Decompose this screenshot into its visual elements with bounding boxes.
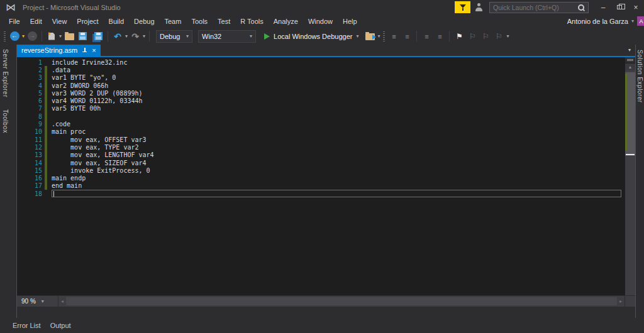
menu-items: FileEditViewProjectBuildDebugTeamToolsTe… xyxy=(4,16,362,26)
menu-item-tools[interactable]: Tools xyxy=(186,16,213,26)
code-line[interactable]: 16main endp xyxy=(17,174,625,182)
attach-caret-icon[interactable]: ▾ xyxy=(377,34,380,39)
code-line[interactable]: 10main proc xyxy=(17,128,625,136)
horizontal-scrollbar[interactable]: ◂ ▸ xyxy=(58,296,625,307)
line-number: 10 xyxy=(17,128,44,135)
scroll-left-icon[interactable]: ◂ xyxy=(58,296,66,307)
code-line[interactable]: 2.data xyxy=(17,66,625,74)
navigate-back-button[interactable]: ← xyxy=(9,30,20,43)
left-side-tabs: Server Explorer Toolbox xyxy=(0,46,9,136)
user-avatar[interactable]: A xyxy=(637,16,644,26)
code-line[interactable]: 3var1 BYTE "yo", 0 xyxy=(17,74,625,82)
code-line[interactable]: 13 mov eax, LENGTHOF var4 xyxy=(17,151,625,159)
zoom-control[interactable]: 90 % ▾ xyxy=(17,296,58,307)
editor-splitter-handle[interactable] xyxy=(625,57,635,63)
code-line[interactable]: 14 mov eax, SIZEOF var4 xyxy=(17,159,625,166)
toolbar-separator xyxy=(42,31,42,41)
navigate-forward-button[interactable]: → xyxy=(26,30,38,43)
menu-item-debug[interactable]: Debug xyxy=(129,16,159,26)
minimize-button[interactable]: – xyxy=(595,1,611,14)
increase-indent-button[interactable]: ≡ xyxy=(434,30,445,43)
next-bookmark-button[interactable]: ⚐ xyxy=(480,30,491,43)
code-line[interactable]: 7var5 BYTE 00h xyxy=(17,105,625,112)
save-button[interactable] xyxy=(77,30,88,43)
navigate-back-caret-icon[interactable]: ▾ xyxy=(22,34,25,39)
code-line[interactable]: 6var4 WORD 01122h, 03344h xyxy=(17,97,625,104)
new-item-caret-icon[interactable]: ▾ xyxy=(59,34,62,39)
horizontal-scrollbar-thumb[interactable] xyxy=(66,297,617,305)
code-text: mov eax, LENGTHOF var4 xyxy=(47,151,154,158)
redo-caret-icon[interactable]: ▾ xyxy=(143,34,145,39)
bookmarks-caret-icon[interactable]: ▾ xyxy=(506,34,509,39)
code-line[interactable]: 4var2 DWORD 066h xyxy=(17,82,625,89)
attach-to-process-button[interactable] xyxy=(364,30,375,43)
show-threads-button[interactable]: ≡ xyxy=(388,30,399,43)
user-account-area[interactable]: Antonio de la Garza ▾ A xyxy=(567,16,644,26)
solution-platform-combo[interactable]: Win32 ▾ xyxy=(198,30,256,43)
line-number: 8 xyxy=(17,113,44,120)
tab-error-list[interactable]: Error List xyxy=(13,322,41,329)
undo-caret-icon[interactable]: ▾ xyxy=(125,34,128,39)
notifications-filter-button[interactable] xyxy=(455,1,470,13)
quick-launch-box[interactable] xyxy=(489,2,589,13)
scroll-up-icon[interactable]: ▲ xyxy=(625,63,635,70)
sidebar-tab-toolbox[interactable]: Toolbox xyxy=(0,106,9,136)
pin-icon[interactable] xyxy=(82,48,87,53)
vertical-scrollbar[interactable]: ▲ ▼ xyxy=(625,57,635,307)
redo-button[interactable]: ↷ xyxy=(130,30,141,43)
sidebar-tab-server-explorer[interactable]: Server Explorer xyxy=(0,46,9,101)
previous-bookmark-button[interactable]: ⚐ xyxy=(467,30,478,43)
code-line[interactable]: 15 invoke ExitProcess, 0 xyxy=(17,166,625,174)
scroll-right-icon[interactable]: ▸ xyxy=(617,296,625,307)
open-file-button[interactable] xyxy=(64,30,75,43)
undo-button[interactable]: ↶ xyxy=(112,30,123,43)
feedback-person-icon[interactable] xyxy=(475,3,484,11)
code-line[interactable]: 8 xyxy=(17,112,625,120)
vertical-scrollbar-track[interactable] xyxy=(625,70,635,300)
document-tab-reversestring[interactable]: reverseString.asm × xyxy=(17,45,101,56)
code-line[interactable]: 18 xyxy=(17,190,625,197)
menu-item-test[interactable]: Test xyxy=(213,16,235,26)
code-line[interactable]: 1include Irvine32.inc xyxy=(17,58,625,66)
code-line[interactable]: 9.code xyxy=(17,120,625,128)
menu-item-analyze[interactable]: Analyze xyxy=(269,16,303,26)
code-text: .data xyxy=(47,67,70,74)
menu-item-file[interactable]: File xyxy=(4,16,25,26)
menu-item-edit[interactable]: Edit xyxy=(25,16,47,26)
zoom-caret-icon[interactable]: ▾ xyxy=(42,299,44,304)
code-line[interactable]: 11 mov eax, OFFSET var3 xyxy=(17,136,625,143)
new-item-button[interactable] xyxy=(46,30,57,43)
document-tab-strip: reverseString.asm × ▾ xyxy=(17,45,635,56)
menu-item-build[interactable]: Build xyxy=(104,16,129,26)
save-all-button[interactable] xyxy=(92,30,104,43)
solution-configuration-combo[interactable]: Debug ▾ xyxy=(156,30,192,43)
sidebar-tab-solution-explorer[interactable]: Solution Explorer xyxy=(636,46,644,106)
tab-output[interactable]: Output xyxy=(50,322,71,329)
document-well-dropdown-icon[interactable]: ▾ xyxy=(628,47,631,53)
start-debugging-button[interactable]: Local Windows Debugger ▾ xyxy=(260,33,362,40)
quick-launch-input[interactable] xyxy=(490,4,577,11)
user-dropdown-caret-icon[interactable]: ▾ xyxy=(631,18,634,24)
menu-item-window[interactable]: Window xyxy=(303,16,338,26)
decrease-indent-button[interactable]: ≡ xyxy=(421,30,432,43)
toolbar-grip[interactable] xyxy=(383,31,385,41)
menu-item-project[interactable]: Project xyxy=(72,16,103,26)
code-editor[interactable]: 1include Irvine32.inc2.data3var1 BYTE "y… xyxy=(17,57,635,307)
code-line[interactable]: 17end main xyxy=(17,182,625,190)
clear-bookmarks-button[interactable]: ⚐ xyxy=(493,30,504,43)
menu-item-help[interactable]: Help xyxy=(338,16,362,26)
step-over-button[interactable]: ≡ xyxy=(401,30,413,43)
menu-item-view[interactable]: View xyxy=(47,16,72,26)
previous-bookmark-icon: ⚐ xyxy=(469,32,476,41)
toggle-bookmark-button[interactable]: ⚑ xyxy=(453,30,465,43)
undo-icon: ↶ xyxy=(114,31,121,41)
menu-item-team[interactable]: Team xyxy=(160,16,187,26)
menu-item-r-tools[interactable]: R Tools xyxy=(235,16,268,26)
restore-button[interactable] xyxy=(611,1,628,14)
code-line[interactable]: 12 mov eax, TYPE var2 xyxy=(17,143,625,151)
tab-close-icon[interactable]: × xyxy=(92,47,96,54)
document-tab-label: reverseString.asm xyxy=(21,46,77,54)
code-line[interactable]: 5var3 WORD 2 DUP (08899h) xyxy=(17,89,625,97)
toolbar-grip[interactable] xyxy=(4,31,6,41)
close-button[interactable]: × xyxy=(628,1,644,14)
